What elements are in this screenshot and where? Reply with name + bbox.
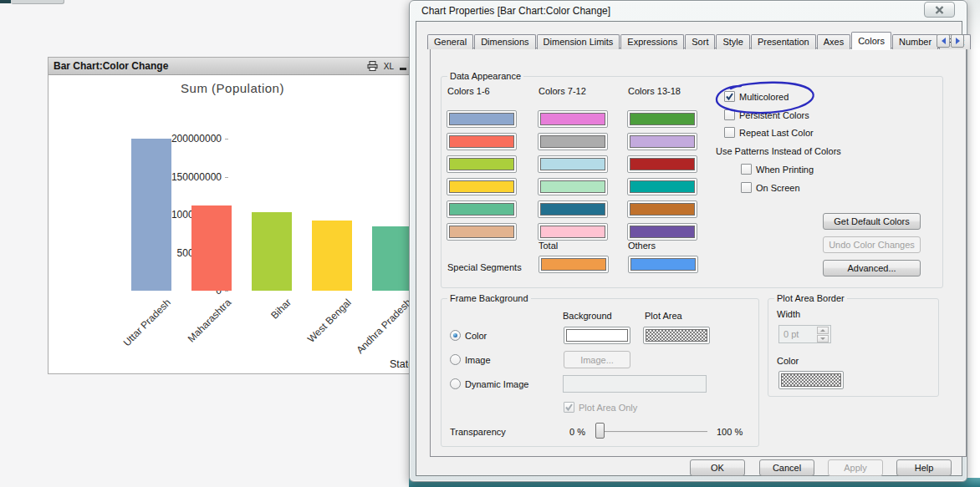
- color-swatch-13[interactable]: [627, 110, 697, 128]
- repeat-last-color-checkbox[interactable]: [724, 127, 735, 138]
- tab-sort[interactable]: Sort: [685, 34, 715, 49]
- others-color-swatch[interactable]: [628, 256, 698, 273]
- tab-axes[interactable]: Axes: [817, 34, 850, 49]
- screen-edge-artifact: [0, 0, 11, 3]
- background-color-swatch[interactable]: [564, 327, 630, 344]
- print-icon[interactable]: [367, 61, 378, 71]
- data-appearance-group: Data Appearance Colors 1-6Colors 7-12Col…: [441, 76, 943, 288]
- dialog-title: Chart Properties [Bar Chart:Color Change…: [421, 5, 610, 17]
- ok-button[interactable]: OK: [690, 459, 745, 476]
- color-swatch-12[interactable]: [538, 223, 608, 241]
- close-button[interactable]: [924, 2, 955, 18]
- x-tick-label: Uttar Pradesh: [121, 297, 173, 348]
- color-swatch-6[interactable]: [447, 223, 517, 241]
- arrow-left-icon: [942, 38, 946, 44]
- width-spinner: 0 pt: [778, 325, 831, 343]
- tab-dimensions[interactable]: Dimensions: [474, 34, 535, 49]
- tab-number[interactable]: Number: [892, 34, 938, 49]
- color-swatch-17[interactable]: [627, 200, 697, 218]
- chart-window-title: Bar Chart:Color Change: [54, 60, 367, 72]
- color-swatch-15[interactable]: [627, 155, 697, 173]
- spinner-up-icon: [817, 327, 829, 334]
- color-swatch-8[interactable]: [538, 133, 608, 150]
- color-swatch-2[interactable]: [447, 133, 517, 150]
- plot-area-only-checkbox: [564, 402, 574, 413]
- color-swatch-18[interactable]: [627, 223, 697, 241]
- color-swatch-11[interactable]: [538, 200, 608, 218]
- tab-dimension-limits[interactable]: Dimension Limits: [537, 34, 620, 49]
- plot-area-color-swatch[interactable]: [643, 327, 710, 344]
- cancel-button[interactable]: Cancel: [759, 459, 814, 476]
- color-swatch-4[interactable]: [447, 178, 517, 195]
- x-tick-label: West Bengal: [305, 297, 354, 345]
- multicolored-checkbox[interactable]: [724, 91, 735, 102]
- others-label: Others: [628, 241, 656, 251]
- color-swatch-9[interactable]: [538, 155, 608, 173]
- dynamic-image-radio[interactable]: [450, 378, 461, 389]
- y-tick-mark: [225, 139, 228, 140]
- persistent-colors-checkbox[interactable]: [724, 109, 735, 120]
- color-swatch-1[interactable]: [447, 110, 517, 128]
- undo-color-changes-button: Undo Color Changes: [823, 236, 921, 253]
- advanced-button[interactable]: Advanced...: [823, 260, 921, 276]
- bar-maharashtra[interactable]: [191, 205, 232, 291]
- width-label: Width: [777, 309, 800, 319]
- background-label: Background: [563, 311, 612, 321]
- y-tick-mark: [225, 177, 228, 178]
- repeat-last-color-label: Repeat Last Color: [739, 128, 814, 138]
- bar-bihar[interactable]: [252, 212, 292, 291]
- total-color-swatch[interactable]: [538, 256, 609, 273]
- help-button[interactable]: Help: [896, 459, 952, 476]
- dialog-client-area: GeneralDimensionsDimension LimitsExpress…: [416, 21, 962, 476]
- tab-colors[interactable]: Colors: [851, 32, 891, 49]
- minimize-icon[interactable]: [400, 68, 406, 70]
- special-segments-label: Special Segments: [447, 262, 522, 272]
- transparency-label: Transparency: [450, 427, 506, 437]
- when-printing-checkbox[interactable]: [741, 164, 752, 175]
- on-screen-checkbox[interactable]: [741, 182, 752, 193]
- when-printing-label: When Printing: [756, 165, 814, 175]
- color-radio-label: Color: [465, 331, 487, 341]
- spinner-down-icon: [817, 335, 829, 342]
- color-swatch-14[interactable]: [627, 133, 697, 150]
- chart-window-caption[interactable]: Bar Chart:Color Change XL: [48, 58, 411, 75]
- bar-andhra-pradesh[interactable]: [372, 226, 412, 291]
- tab-expressions[interactable]: Expressions: [620, 34, 684, 49]
- on-screen-label: On Screen: [756, 183, 800, 193]
- persistent-colors-label: Persistent Colors: [739, 110, 809, 120]
- get-default-colors-button[interactable]: Get Default Colors: [823, 213, 921, 230]
- tab-general[interactable]: General: [427, 34, 473, 49]
- border-color-swatch[interactable]: [778, 371, 844, 389]
- tab-style[interactable]: Style: [716, 34, 749, 49]
- color-swatch-10[interactable]: [538, 178, 608, 195]
- use-patterns-label: Use Patterns Instead of Colors: [716, 146, 841, 156]
- colors-tab-page: Data Appearance Colors 1-6Colors 7-12Col…: [430, 48, 967, 457]
- chart-window: Bar Chart:Color Change XL Sum (Populatio…: [48, 57, 412, 374]
- total-label: Total: [538, 241, 558, 251]
- group-label: Plot Area Border: [774, 293, 847, 303]
- color-swatch-3[interactable]: [447, 155, 517, 173]
- color-radio[interactable]: [450, 330, 461, 341]
- bar-west-bengal[interactable]: [312, 221, 352, 291]
- arrow-right-icon: [956, 38, 960, 44]
- bar-uttar-pradesh[interactable]: [131, 139, 171, 291]
- tab-presentation[interactable]: Presentation: [751, 34, 816, 49]
- color-column-label: Colors 1-6: [447, 86, 490, 96]
- screen-edge-artifact: [11, 0, 64, 4]
- image-radio[interactable]: [450, 354, 461, 365]
- multicolored-label: Multicolored: [739, 92, 789, 102]
- tab-scroll-right-button[interactable]: [951, 34, 964, 48]
- plot-area: 050000000100000000150000000200000000Utta…: [49, 75, 412, 374]
- transparency-slider-track[interactable]: [599, 431, 707, 433]
- chart-properties-dialog: Chart Properties [Bar Chart:Color Change…: [409, 0, 967, 482]
- excel-export-icon[interactable]: XL: [384, 62, 394, 71]
- color-swatch-16[interactable]: [627, 178, 697, 195]
- group-label: Data Appearance: [447, 71, 523, 81]
- color-swatch-5[interactable]: [447, 200, 517, 218]
- tab-scroll-left-button[interactable]: [937, 34, 950, 48]
- transparency-min-label: 0 %: [569, 427, 585, 437]
- image-button: Image...: [564, 351, 630, 368]
- x-tick-label: Andhra Pradesh: [355, 297, 414, 356]
- transparency-slider-thumb[interactable]: [595, 423, 605, 439]
- color-swatch-7[interactable]: [538, 110, 608, 128]
